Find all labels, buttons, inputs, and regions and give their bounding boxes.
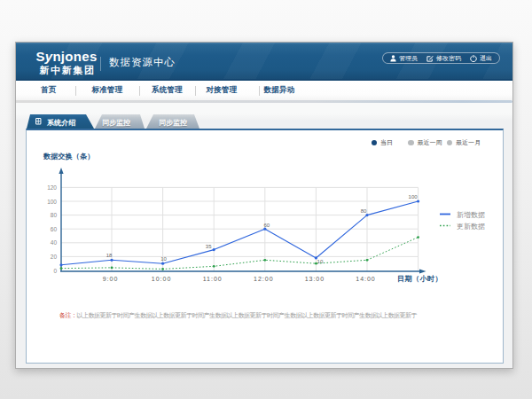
footnote-text: 以上数据更新于时间产生数据以上数据更新于时间产生数据以上数据更新于时间产生数据以… [77, 312, 418, 318]
edit-icon [426, 55, 434, 62]
nav-separator [195, 86, 196, 96]
user-menu: 管理员 修改密码 退出 [382, 52, 500, 64]
nav-item-1[interactable]: 标准管理 [91, 85, 122, 96]
document-icon [35, 118, 42, 125]
y-tick-label: 20 [51, 254, 58, 260]
tab-label: 同步监控 [146, 118, 200, 128]
nav-item-3[interactable]: 对接管理 [206, 85, 237, 96]
nav-item-0[interactable]: 首页 [41, 85, 57, 96]
data-point [263, 228, 266, 231]
footnote-prefix: 备注： [59, 312, 77, 318]
legend-label-1[interactable]: 更新数据 [457, 223, 485, 231]
logo-text-cn: 新中新集团 [27, 65, 108, 75]
tab-system-intro[interactable]: 系统介绍 [27, 114, 94, 129]
data-label: 18 [106, 253, 113, 258]
data-label: 10 [160, 256, 167, 262]
tab-label: 同步监控 [88, 118, 145, 128]
chart-x-axis-title: 日期（小时） [397, 274, 468, 284]
data-label: 60 [263, 223, 270, 228]
data-point [315, 262, 317, 265]
content-panel: 当日最近一周最近一月 数据交换（条） 0204060801001209:0010… [26, 129, 504, 364]
x-tick-label: 10:00 [152, 276, 172, 282]
line-chart: 0204060801001209:0010:0011:0012:0013:001… [27, 130, 503, 362]
data-point [60, 267, 63, 270]
data-point [366, 259, 369, 262]
nav-item-4[interactable]: 数据异动 [263, 85, 294, 96]
x-tick-label: 12:00 [254, 276, 274, 282]
tab-sync-monitor-2[interactable]: 同步监控 [146, 114, 200, 129]
data-point [59, 263, 62, 266]
y-tick-label: 40 [51, 239, 58, 246]
data-point [111, 266, 113, 269]
data-point [365, 214, 368, 216]
x-tick-label: 11:00 [203, 276, 223, 282]
footnote: 备注：以上数据更新于时间产生数据以上数据更新于时间产生数据以上数据更新于时间产生… [59, 311, 417, 320]
tab-label: 系统介绍 [47, 118, 75, 128]
data-point [161, 262, 164, 265]
tab-bar: 系统介绍 同步监控 同步监控 [26, 114, 505, 129]
main-nav: 首页标准管理系统管理对接管理数据异动 [16, 81, 512, 100]
logout-button[interactable]: 退出 [470, 54, 492, 63]
page-title: 数据资源中心 [109, 56, 176, 69]
x-axis-arrow [419, 269, 426, 273]
header-divider [100, 57, 101, 71]
data-point [213, 265, 215, 268]
y-tick-label: 80 [51, 212, 58, 218]
data-point [417, 236, 419, 239]
app-header: Synjones 新中新集团 数据资源中心 管理员 修改密码 退出 [16, 43, 512, 81]
data-label: 80 [361, 208, 367, 214]
tab-sync-monitor-1[interactable]: 同步监控 [95, 114, 145, 129]
logout-label: 退出 [480, 54, 492, 63]
y-tick-label: 0 [53, 268, 57, 274]
company-logo: Synjones 新中新集团 [25, 50, 108, 75]
x-tick-label: 14:00 [356, 276, 376, 282]
data-label: 100 [409, 194, 419, 200]
username-label: 管理员 [399, 54, 418, 63]
x-tick-label: 9:00 [103, 276, 119, 282]
y-tick-label: 60 [51, 226, 58, 232]
data-point [263, 259, 266, 262]
data-point [213, 248, 215, 251]
y-tick-label: 100 [47, 199, 57, 205]
logo-text-en: Synjones [25, 50, 108, 63]
legend-label-0[interactable]: 新增数据 [457, 211, 485, 219]
data-point [161, 268, 164, 270]
data-point [417, 200, 419, 202]
y-tick-label: 120 [47, 184, 57, 191]
nav-separator [139, 86, 140, 96]
nav-separator [259, 86, 260, 96]
data-point [110, 259, 113, 262]
change-password-label: 修改密码 [436, 54, 461, 63]
series-line-1 [61, 238, 419, 270]
app-window: Synjones 新中新集团 数据资源中心 管理员 修改密码 退出 首页标准管理… [15, 42, 513, 369]
power-icon [470, 55, 477, 62]
user-icon [390, 55, 396, 62]
nav-item-2[interactable]: 系统管理 [152, 85, 183, 96]
y-axis-arrow [59, 168, 63, 174]
nav-underline [16, 100, 512, 103]
data-label: 35 [206, 244, 212, 249]
change-password-button[interactable]: 修改密码 [426, 54, 461, 63]
x-tick-label: 13:00 [305, 276, 325, 282]
current-user[interactable]: 管理员 [390, 54, 418, 63]
nav-separator [75, 86, 76, 96]
